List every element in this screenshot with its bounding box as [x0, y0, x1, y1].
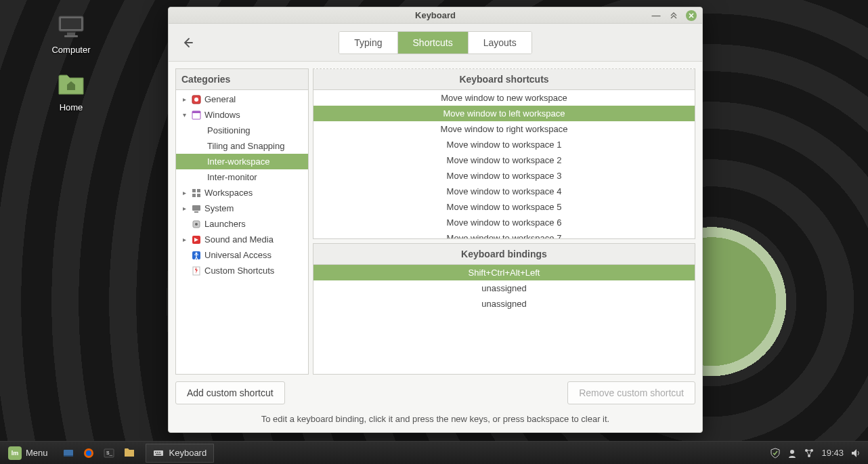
category-positioning[interactable]: Positioning	[176, 123, 308, 138]
bindings-panel: Keyboard bindings Shift+Ctrl+Alt+Leftuna…	[313, 243, 695, 375]
expand-toggle-icon[interactable]: ▸	[180, 205, 188, 212]
shortcut-label: Move window to left workspace	[443, 108, 565, 119]
svg-rect-31	[157, 452, 158, 453]
shortcut-row[interactable]: Move window to workspace 1	[313, 137, 695, 152]
category-label: Inter-workspace	[207, 156, 269, 167]
maximize-button[interactable]	[668, 10, 679, 21]
tab-typing[interactable]: Typing	[339, 32, 397, 54]
minimize-button[interactable]: —	[651, 10, 661, 21]
shortcut-row[interactable]: Move window to workspace 2	[313, 152, 695, 168]
shortcuts-panel: Keyboard shortcuts Move window to new wo…	[313, 68, 695, 239]
category-inter-workspace[interactable]: Inter-workspace	[176, 154, 308, 169]
shortcut-row[interactable]: Move window to workspace 3	[313, 168, 695, 184]
sound-icon	[191, 234, 202, 245]
shortcut-row[interactable]: Move window to workspace 6	[313, 215, 695, 230]
svg-point-26	[86, 450, 91, 456]
category-general[interactable]: ▸General	[176, 91, 308, 107]
volume-icon[interactable]	[850, 448, 861, 459]
shortcut-label: Move window to workspace 3	[447, 171, 562, 181]
menu-label: Menu	[26, 448, 48, 458]
keyboard-settings-window: Keyboard — Typing Shortcuts Layouts Cate…	[168, 7, 703, 433]
desktop-icon-label: Home	[60, 102, 83, 112]
clock[interactable]: 19:43	[821, 448, 844, 458]
workspaces-icon	[191, 188, 202, 198]
shortcut-row[interactable]: Move window to right workspace	[313, 121, 695, 137]
close-button[interactable]	[686, 10, 697, 21]
window-titlebar[interactable]: Keyboard —	[169, 7, 702, 24]
svg-rect-13	[194, 211, 198, 213]
shortcut-row[interactable]: Move window to workspace 5	[313, 199, 695, 215]
category-windows[interactable]: ▾Windows	[176, 107, 308, 123]
start-menu-button[interactable]: lm Menu	[0, 442, 56, 464]
category-label: General	[204, 94, 236, 104]
remove-custom-shortcut-button[interactable]: Remove custom shortcut	[567, 381, 695, 404]
desktop-icon-home[interactable]: Home	[14, 71, 129, 112]
expand-toggle-icon[interactable]: ▸	[180, 236, 188, 243]
firefox-launcher[interactable]	[79, 444, 98, 462]
shortcuts-header: Keyboard shortcuts	[313, 69, 695, 90]
svg-rect-33	[156, 454, 161, 455]
shortcut-row[interactable]: Move window to workspace 7	[313, 230, 695, 239]
svg-rect-9	[197, 189, 200, 192]
terminal-launcher[interactable]: $_	[100, 444, 118, 462]
keyboard-icon	[153, 448, 164, 459]
binding-label: Shift+Ctrl+Alt+Left	[469, 268, 540, 278]
binding-row[interactable]: Shift+Ctrl+Alt+Left	[313, 265, 695, 280]
svg-rect-10	[192, 194, 196, 197]
categories-header: Categories	[176, 69, 308, 90]
svg-point-15	[195, 223, 198, 226]
category-universal-access[interactable]: Universal Access	[176, 247, 308, 263]
add-custom-shortcut-button[interactable]: Add custom shortcut	[175, 381, 285, 404]
expand-toggle-icon[interactable]: ▸	[180, 189, 188, 196]
bindings-list: Shift+Ctrl+Alt+Leftunassignedunassigned	[313, 265, 695, 312]
user-icon[interactable]	[787, 448, 797, 458]
svg-rect-12	[192, 205, 200, 211]
category-label: Custom Shortcuts	[204, 266, 274, 276]
category-system[interactable]: ▸System	[176, 201, 308, 216]
category-tiling-and-snapping[interactable]: Tiling and Snapping	[176, 138, 308, 154]
svg-rect-8	[192, 189, 196, 192]
svg-point-19	[196, 252, 198, 254]
network-icon[interactable]	[804, 448, 815, 459]
category-workspaces[interactable]: ▸Workspaces	[176, 185, 308, 201]
binding-row[interactable]: unassigned	[313, 296, 695, 312]
show-desktop-button[interactable]	[59, 444, 78, 462]
svg-rect-7	[192, 111, 200, 113]
category-custom-shortcuts[interactable]: Custom Shortcuts	[176, 263, 308, 278]
shortcut-row[interactable]: Move window to new workspace	[313, 90, 695, 106]
quick-launch: $_	[56, 444, 142, 462]
category-label: Tiling and Snapping	[207, 141, 284, 151]
desktop-icon-computer[interactable]: Computer	[14, 14, 129, 55]
system-tray: 19:43	[763, 448, 868, 459]
update-shield-icon[interactable]	[770, 448, 781, 459]
taskbar: lm Menu $_ Keyboard 19:43	[0, 441, 868, 464]
files-launcher[interactable]	[120, 444, 139, 462]
general-icon	[191, 94, 202, 105]
category-inter-monitor[interactable]: Inter-monitor	[176, 169, 308, 185]
right-column: Keyboard shortcuts Move window to new wo…	[313, 68, 695, 375]
categories-tree: ▸General▾WindowsPositioningTiling and Sn…	[176, 90, 308, 280]
expand-toggle-icon[interactable]: ▾	[180, 111, 188, 119]
taskbar-task-keyboard[interactable]: Keyboard	[146, 444, 215, 463]
category-label: Sound and Media	[204, 234, 274, 245]
settings-tabs: Typing Shortcuts Layouts	[339, 31, 531, 54]
shortcut-label: Move window to right workspace	[441, 124, 568, 134]
category-sound-and-media[interactable]: ▸Sound and Media	[176, 232, 308, 247]
expand-toggle-icon[interactable]: ▸	[180, 96, 188, 103]
access-icon	[191, 250, 202, 261]
shortcut-row[interactable]: Move window to left workspace	[313, 106, 695, 121]
category-label: Launchers	[204, 219, 246, 229]
launchers-icon	[191, 219, 202, 230]
system-icon	[191, 203, 202, 214]
computer-icon	[55, 14, 87, 41]
binding-row[interactable]: unassigned	[313, 280, 695, 296]
tab-layouts[interactable]: Layouts	[468, 32, 531, 54]
tab-shortcuts[interactable]: Shortcuts	[397, 32, 468, 54]
svg-point-5	[194, 98, 198, 102]
shortcut-row[interactable]: Move window to workspace 4	[313, 184, 695, 199]
category-launchers[interactable]: Launchers	[176, 216, 308, 232]
categories-panel: Categories ▸General▾WindowsPositioningTi…	[175, 68, 309, 375]
svg-rect-2	[67, 33, 75, 35]
back-button[interactable]	[178, 33, 197, 52]
category-label: Workspaces	[204, 188, 253, 198]
